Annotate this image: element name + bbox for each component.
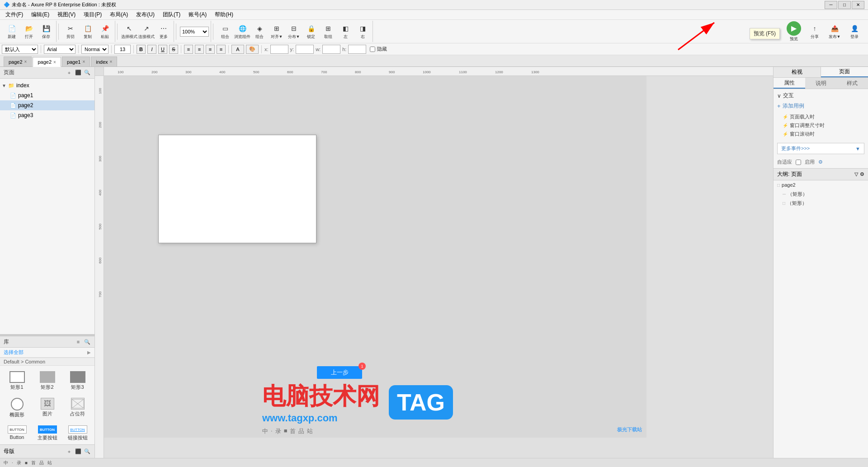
w-input[interactable] xyxy=(322,45,340,54)
canvas-content[interactable]: 上一步 1 电脑技术网 www.tagxp.com TAG xyxy=(104,76,773,458)
lib-collapse-btn[interactable]: ▶ xyxy=(87,350,91,355)
lib-item-rect1[interactable]: 矩形1 xyxy=(4,369,30,392)
lib-item-rect3[interactable]: 矩形3 xyxy=(64,369,91,392)
fill-btn[interactable]: 🎨 xyxy=(246,45,259,54)
browser-btn[interactable]: 🌐 浏览组件 xyxy=(234,22,250,42)
font-select[interactable]: Arial xyxy=(44,45,75,54)
tab-close-icon[interactable]: × xyxy=(24,59,27,64)
share-btn[interactable]: ↑ 分享 xyxy=(807,22,823,42)
maximize-btn[interactable]: □ xyxy=(838,1,851,9)
more-btn[interactable]: ⋯ 更多 xyxy=(156,22,172,42)
master-add-icon[interactable]: + xyxy=(66,448,73,455)
align-center-btn[interactable]: ≡ xyxy=(195,45,204,54)
outline-page2[interactable]: □ page2 xyxy=(774,180,868,189)
page-expand-icon[interactable]: ⬛ xyxy=(75,69,82,76)
page-search-icon[interactable]: 🔍 xyxy=(84,69,91,76)
right-tab-properties[interactable]: 属性 xyxy=(774,78,805,89)
adaptive-settings-btn[interactable]: ⚙ xyxy=(818,159,823,165)
tab-page2-active[interactable]: page2 × xyxy=(33,57,61,67)
lib-item-rect2[interactable]: 矩形2 xyxy=(34,369,61,392)
tree-item-page2[interactable]: 📄 page2 xyxy=(0,100,94,110)
tree-item-page1[interactable]: 📄 page1 xyxy=(0,90,94,100)
menu-publish[interactable]: 发布(U) xyxy=(132,10,158,19)
open-btn[interactable]: 📂 打开 xyxy=(21,22,37,42)
tab-page1-close-icon[interactable]: × xyxy=(82,59,85,64)
right-tab-style[interactable]: 样式 xyxy=(836,78,868,89)
more-events-btn[interactable]: 更多事件>>> ▼ xyxy=(777,143,864,154)
lib-select-all-btn[interactable]: 选择全部 xyxy=(4,349,24,356)
save-btn[interactable]: 💾 保存 xyxy=(38,22,54,42)
tab-index[interactable]: index × xyxy=(91,57,117,66)
lib-item-primary-btn[interactable]: BUTTON 主要按钮 xyxy=(34,424,61,443)
lib-menu-icon[interactable]: ≡ xyxy=(75,338,82,345)
lib-search-icon[interactable]: 🔍 xyxy=(84,338,91,345)
copy-btn[interactable]: 📋 复制 xyxy=(80,22,96,42)
master-expand-icon[interactable]: ⬛ xyxy=(75,448,82,455)
right-btn[interactable]: ◨ 右 xyxy=(354,22,371,42)
outline-rect1[interactable]: ─ （矩形） xyxy=(774,189,868,198)
lib-item-circle[interactable]: 椭圆形 xyxy=(4,396,30,420)
tab-index-close-icon[interactable]: × xyxy=(110,59,113,64)
insert-rect-btn[interactable]: ▭ 组合 xyxy=(217,22,233,42)
close-btn[interactable]: ✕ xyxy=(852,1,864,9)
zoom-select[interactable]: 100% 50% 75% 150% 200% xyxy=(180,27,209,37)
right-tab-notes[interactable]: 说明 xyxy=(805,78,837,89)
underline-btn[interactable]: U xyxy=(158,45,167,54)
preview-btn[interactable]: ▶ 预览 xyxy=(785,20,803,43)
adaptive-checkbox[interactable] xyxy=(796,160,801,165)
tab-page1[interactable]: page1 × xyxy=(62,57,90,66)
login-btn[interactable]: 👤 登录 xyxy=(846,22,863,42)
align-right-btn[interactable]: ≡ xyxy=(206,45,215,54)
h-input[interactable] xyxy=(348,45,366,54)
weight-select[interactable]: Normal xyxy=(81,45,108,54)
minimize-btn[interactable]: ─ xyxy=(825,1,837,9)
outline-rect2[interactable]: □ （矩形） xyxy=(774,198,868,208)
lock-btn[interactable]: 🔒 锁定 xyxy=(303,22,319,42)
group-btn[interactable]: ⊞ 取组 xyxy=(320,22,336,42)
style-select[interactable]: 默认入 xyxy=(2,45,38,54)
tab-page2-1[interactable]: page2 × xyxy=(4,57,32,66)
lib-item-link-btn[interactable]: BUTTON 链接按钮 xyxy=(64,424,91,443)
align-btn[interactable]: ⊞ 对齐▼ xyxy=(269,22,285,42)
y-input[interactable] xyxy=(296,45,314,54)
menu-project[interactable]: 项目(P) xyxy=(80,10,105,19)
menu-team[interactable]: 团队(T) xyxy=(159,10,184,19)
align-justify-btn[interactable]: ≡ xyxy=(217,45,226,54)
paste-btn[interactable]: 📌 粘贴 xyxy=(97,22,113,42)
hidden-checkbox[interactable] xyxy=(370,47,375,52)
lib-item-placeholder[interactable]: 占位符 xyxy=(64,396,91,420)
menu-account[interactable]: 账号(A) xyxy=(185,10,210,19)
page-add-icon[interactable]: + xyxy=(66,69,73,76)
strikethrough-btn[interactable]: S xyxy=(169,45,178,54)
menu-help[interactable]: 帮助(H) xyxy=(211,10,237,19)
inspect-tab[interactable]: 检视 xyxy=(774,67,821,77)
menu-view[interactable]: 视图(V) xyxy=(54,10,79,19)
menu-layout[interactable]: 布局(A) xyxy=(106,10,132,19)
event-page-load[interactable]: ⚡ 页面载入时 xyxy=(777,113,864,121)
align-left-btn[interactable]: ≡ xyxy=(184,45,193,54)
tab-close-active-icon[interactable]: × xyxy=(53,60,56,65)
select-mode-btn[interactable]: ↖ 选择模式 xyxy=(121,22,137,42)
add-case-header[interactable]: + 添加用例 xyxy=(777,102,864,110)
cut-btn[interactable]: ✂ 剪切 xyxy=(62,22,79,42)
outline-settings-icon[interactable]: ⚙ xyxy=(860,171,864,177)
left-btn[interactable]: ◧ 左 xyxy=(337,22,354,42)
new-btn[interactable]: 📄 新建 xyxy=(4,22,20,42)
connect-mode-btn[interactable]: ↗ 连接模式 xyxy=(138,22,155,42)
flow-btn[interactable]: ◈ 组合 xyxy=(251,22,268,42)
page-tab[interactable]: 页面 xyxy=(821,67,868,77)
color-btn[interactable]: A xyxy=(231,45,244,54)
event-scroll[interactable]: ⚡ 窗口滚动时 xyxy=(777,130,864,138)
menu-file[interactable]: 文件(F) xyxy=(2,10,27,19)
menu-edit[interactable]: 编辑(E) xyxy=(28,10,53,19)
publish-btn[interactable]: 📤 发布▼ xyxy=(826,22,843,42)
x-input[interactable] xyxy=(270,45,288,54)
font-size-input[interactable] xyxy=(114,45,131,54)
tree-item-index[interactable]: ▼ 📁 index xyxy=(0,80,94,90)
bold-btn[interactable]: B xyxy=(137,45,146,54)
distribute-btn[interactable]: ⊟ 分布▼ xyxy=(286,22,302,42)
lib-item-image[interactable]: 🖼 图片 xyxy=(34,396,61,420)
italic-btn[interactable]: I xyxy=(147,45,156,54)
prev-step-button[interactable]: 上一步 1 xyxy=(317,366,362,379)
jiaohu-header[interactable]: ∨ 交互 xyxy=(777,92,864,99)
